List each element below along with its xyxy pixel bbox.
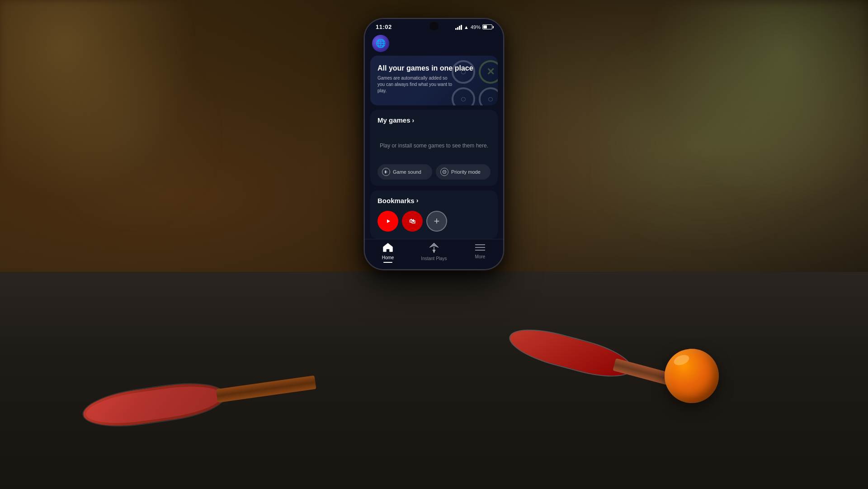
table-surface — [0, 272, 868, 489]
home-nav-indicator — [383, 262, 392, 263]
svg-point-2 — [444, 171, 445, 172]
more-nav-label: More — [475, 254, 486, 259]
ping-pong-ball — [665, 349, 719, 403]
more-icon — [475, 243, 485, 253]
hero-card: All your games in one place Games are au… — [370, 56, 498, 105]
game-launcher-icon[interactable]: 🌐 — [372, 35, 389, 52]
status-time: 11:02 — [376, 24, 392, 30]
youtube-bookmark[interactable] — [377, 211, 398, 232]
bg-blur-left — [0, 0, 217, 226]
status-right: ▲ 49% — [455, 24, 492, 30]
game-circle-o3: ○ — [479, 87, 498, 105]
game-sound-button[interactable]: Game sound — [377, 164, 432, 180]
bottom-nav: Home Instant Plays — [365, 239, 503, 269]
battery-icon — [482, 24, 492, 29]
bookmark-icons-row: 🛍 + — [370, 209, 498, 239]
status-bar: 11:02 ▲ 49% — [365, 19, 503, 32]
svg-text:🛍: 🛍 — [409, 218, 415, 225]
home-nav-label: Home — [382, 255, 394, 260]
svg-marker-9 — [432, 250, 436, 253]
game-circle-o1: ○ — [452, 60, 475, 84]
signal-icon — [455, 24, 462, 30]
store-bookmark[interactable]: 🛍 — [402, 211, 423, 232]
screen-content: All your games in one place Games are au… — [365, 56, 503, 239]
home-icon — [383, 243, 393, 254]
priority-mode-label: Priority mode — [451, 169, 481, 175]
instant-plays-icon — [429, 243, 439, 255]
empty-games-text: Play or install some games to see them h… — [377, 142, 491, 150]
add-bookmark[interactable]: + — [426, 211, 447, 232]
my-games-header: My games › — [370, 110, 498, 128]
game-sound-label: Game sound — [393, 169, 421, 175]
nav-item-instant-plays[interactable]: Instant Plays — [420, 243, 448, 263]
bookmarks-section: Bookmarks › — [370, 190, 498, 239]
tools-row: Game sound Priority mode — [370, 159, 498, 186]
my-games-chevron: › — [412, 117, 415, 124]
priority-mode-button[interactable]: Priority mode — [436, 164, 491, 180]
game-sound-icon — [382, 168, 390, 176]
game-circle-o2: ○ — [452, 87, 475, 105]
bookmarks-title[interactable]: Bookmarks › — [377, 197, 418, 204]
phone-device: 11:02 ▲ 49% — [364, 18, 504, 270]
app-icon-row: 🌐 — [365, 32, 503, 56]
instant-plays-nav-label: Instant Plays — [421, 256, 447, 261]
hero-card-subtitle: Games are automatically added so you can… — [377, 75, 454, 94]
empty-games-area: Play or install some games to see them h… — [370, 128, 498, 159]
nav-item-home[interactable]: Home — [373, 243, 402, 263]
bookmarks-chevron: › — [416, 197, 419, 204]
bg-blur-right — [597, 0, 868, 271]
game-launcher-emoji: 🌐 — [376, 38, 386, 48]
nav-item-more[interactable]: More — [466, 243, 495, 263]
battery-fill — [483, 25, 487, 28]
my-games-section: My games › Play or install some games to… — [370, 110, 498, 186]
hero-icons: ○ ✕ ○ ○ — [452, 60, 498, 105]
battery-percent: 49% — [471, 24, 481, 30]
svg-marker-0 — [385, 170, 386, 174]
paddle-left-handle — [216, 375, 316, 403]
bookmarks-header: Bookmarks › — [370, 190, 498, 209]
wifi-icon: ▲ — [464, 24, 469, 30]
phone-wrapper: 11:02 ▲ 49% — [364, 18, 504, 270]
camera-notch — [429, 22, 439, 31]
game-circle-x: ✕ — [479, 60, 498, 84]
priority-mode-icon — [440, 168, 448, 176]
my-games-title[interactable]: My games › — [377, 116, 414, 124]
phone-screen: 11:02 ▲ 49% — [365, 19, 503, 269]
